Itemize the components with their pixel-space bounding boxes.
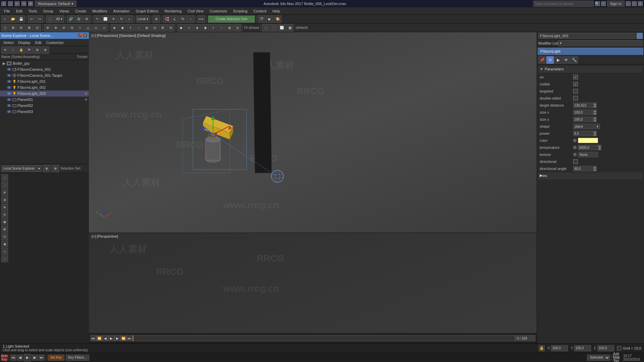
se-vtb-6[interactable]: ⊘ <box>1 211 8 218</box>
quick-access-1[interactable]: □ <box>8 1 13 6</box>
percent-snap-btn[interactable]: % <box>179 15 186 23</box>
param-shape-dropdown[interactable]: plane ▾ <box>573 124 600 129</box>
material-editor-btn[interactable]: 🎨 <box>274 15 281 23</box>
se-vtb-1[interactable]: ⬚ <box>1 174 8 181</box>
local-scene-dropdown[interactable]: Local Scene Explorer ▾ <box>1 165 42 172</box>
help-btn[interactable]: ? <box>601 1 606 6</box>
render-setup-btn[interactable]: 🎬 <box>258 15 265 23</box>
param-ds-check[interactable] <box>573 96 578 101</box>
param-temp-radio[interactable] <box>573 146 577 149</box>
rp-icon-pin[interactable]: 📌 <box>538 56 546 64</box>
render-btn[interactable]: ▶ <box>266 15 273 23</box>
tb2-28[interactable]: ◍ <box>226 24 233 32</box>
se-menu-select[interactable]: Select <box>1 40 16 45</box>
menu-file[interactable]: File <box>1 8 13 14</box>
link-btn[interactable]: 🔗 <box>67 15 74 23</box>
se-vtb-11[interactable]: ◇ <box>1 248 8 255</box>
unlink-btn[interactable]: ⛓ <box>75 15 83 23</box>
tb2-3[interactable]: ⊟ <box>17 24 25 32</box>
se-item-light-003[interactable]: FStormLight_003 ❄ <box>0 90 89 97</box>
tb2-26[interactable]: ◊ <box>210 24 217 32</box>
se-item-camera-target[interactable]: FStormCamera_001.Target <box>0 72 89 78</box>
menu-create[interactable]: Create <box>72 8 89 14</box>
rp-icon-display[interactable]: 👁 <box>562 56 570 64</box>
param-da-down[interactable]: ▼ <box>593 169 597 171</box>
set-key-btn[interactable]: Set Key <box>48 355 64 361</box>
object-name-input[interactable] <box>538 33 635 39</box>
key-filters-btn[interactable]: Key Filters... <box>66 355 89 361</box>
angle-snap-btn[interactable]: ∠ <box>171 15 178 23</box>
tb2-7[interactable]: ⊗ <box>52 24 59 32</box>
add-time-tag-btn[interactable]: Add Time Tag <box>613 355 619 361</box>
mirror-btn[interactable]: ⟺ <box>198 15 205 23</box>
param-tex-value[interactable]: None <box>578 152 598 157</box>
param-temp-down[interactable]: ▼ <box>598 147 601 150</box>
select-region-btn[interactable]: ⬜ <box>102 15 109 23</box>
spinner-snap-btn[interactable]: ↕ <box>187 15 195 23</box>
select-object-btn[interactable]: ↖ <box>94 15 101 23</box>
se-vtb-8[interactable]: ⊠ <box>1 226 8 233</box>
tb2-19[interactable]: ◎ <box>151 24 158 32</box>
timeline-scrubber[interactable] <box>132 335 515 341</box>
se-menu-customize[interactable]: Customize <box>44 40 66 45</box>
tb2-1[interactable]: ⬡ <box>1 24 9 32</box>
tb2-25[interactable]: ◉ <box>202 24 209 32</box>
menu-scripting[interactable]: Scripting <box>230 8 250 14</box>
se-item-camera-001[interactable]: FStormCamera_001 <box>0 66 89 72</box>
se-foot-btn2[interactable]: ⊗ <box>52 165 59 172</box>
tb2-18[interactable]: ◍ <box>143 24 150 32</box>
timeline-end-btn[interactable]: ⏭ <box>126 335 132 341</box>
time-display[interactable]: 0 / 100 <box>515 335 535 341</box>
se-pin-btn[interactable]: 📌 <box>77 33 82 38</box>
x-input[interactable] <box>551 345 568 351</box>
se-item-light-001[interactable]: FStormLight_001 <box>0 78 89 84</box>
tb2-5[interactable]: ⊡ <box>34 24 41 32</box>
se-vtb-7[interactable]: ◉ <box>1 219 8 225</box>
param-sy-up[interactable]: ▲ <box>593 117 597 119</box>
object-color-swatch[interactable] <box>637 33 643 39</box>
se-menu-edit[interactable]: Edit <box>33 40 44 45</box>
param-on-check[interactable]: ✔ <box>573 75 578 79</box>
se-tb-6[interactable]: ⊗ <box>42 46 49 54</box>
tb2-14[interactable]: ◈ <box>111 24 118 32</box>
param-power-down[interactable]: ▼ <box>593 133 597 136</box>
timeline-prev-frame-btn[interactable]: ◀ <box>102 335 108 341</box>
color-swatch[interactable] <box>578 138 598 143</box>
tb2-10[interactable]: ⧊ <box>76 24 84 32</box>
all-dropdown[interactable]: All ▾ <box>54 15 64 23</box>
param-visible-check[interactable]: ✔ <box>573 82 578 86</box>
tb2-13[interactable]: ⧍ <box>100 24 108 32</box>
tb2-4[interactable]: ⊠ <box>25 24 33 32</box>
param-sy-down[interactable]: ▼ <box>593 119 597 122</box>
key-next-btn[interactable]: ⏭ <box>39 355 45 361</box>
menu-tools[interactable]: Tools <box>26 8 40 14</box>
new-scene-btn[interactable]: □ <box>1 15 9 23</box>
se-tb-3[interactable]: 🔒 <box>17 46 25 54</box>
tb2-6[interactable]: ⊕ <box>44 24 51 32</box>
param-td-up[interactable]: ▲ <box>593 103 597 105</box>
tb2-24[interactable]: ◈ <box>194 24 201 32</box>
rotate-btn[interactable]: ↻ <box>118 15 125 23</box>
param-tex-radio[interactable] <box>573 153 577 156</box>
modifier-entry[interactable]: FStormLight <box>538 48 643 55</box>
se-vtb-10[interactable]: ◆ <box>1 241 8 247</box>
param-sx-up[interactable]: ▲ <box>593 110 597 112</box>
se-item-plane-002[interactable]: Plane002 <box>0 103 89 109</box>
param-dir-check[interactable] <box>573 159 578 164</box>
tb2-30[interactable]: ⬚ <box>262 24 269 32</box>
se-vtb-9[interactable]: ⊡ <box>1 233 8 240</box>
rp-icon-utility[interactable]: 🔧 <box>571 56 578 64</box>
param-td-input[interactable] <box>573 103 593 108</box>
prev-frame-btn[interactable]: ◀ <box>17 355 23 361</box>
next-frame-btn[interactable]: ▶ <box>32 355 38 361</box>
se-tb-4[interactable]: 👁 <box>25 46 33 54</box>
key-prev-btn[interactable]: ⏮ <box>10 355 16 361</box>
search-input[interactable] <box>533 1 594 7</box>
tb2-9[interactable]: ⧉ <box>68 24 75 32</box>
selected-dropdown[interactable]: Selected <box>587 355 610 361</box>
se-tb-5[interactable]: ⊕ <box>34 46 41 54</box>
maximize-btn[interactable]: □ <box>632 1 637 6</box>
move-btn[interactable]: ✛ <box>110 15 117 23</box>
menu-animation[interactable]: Animation <box>111 8 132 14</box>
param-temp-input[interactable] <box>578 145 598 150</box>
